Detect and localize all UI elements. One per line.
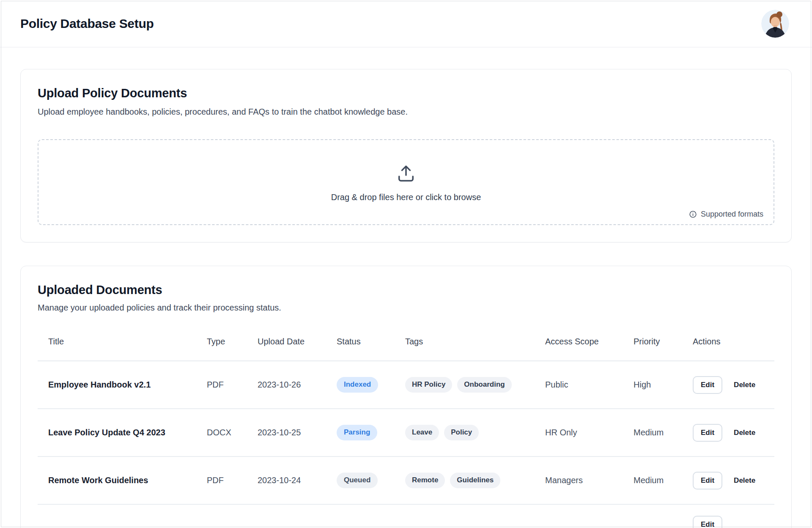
edit-button[interactable]: Edit [693,424,722,442]
doc-upload-date: 2023-10-26 [258,380,337,390]
doc-title: Leave Policy Update Q4 2023 [38,428,207,437]
doc-actions-cell: Edit Delete [693,424,774,442]
documents-card-title: Uploaded Documents [38,283,774,297]
doc-status-cell: Queued [337,473,405,488]
doc-actions-cell: Edit [693,505,774,528]
status-badge: Indexed [337,377,378,392]
status-badge: Queued [337,473,378,488]
supported-formats[interactable]: Supported formats [689,210,763,219]
upload-icon [395,162,417,186]
avatar-illustration [761,10,789,38]
doc-status-cell: Parsing [337,425,405,440]
tag-pill: Leave [405,425,439,440]
doc-tags-cell: Remote Guidelines [405,473,545,488]
dropzone-label: Drag & drop files here or click to brows… [331,192,481,202]
table-row: Leave Policy Update Q4 2023 DOCX 2023-10… [38,409,774,457]
doc-tags-cell: HR Policy Onboarding [405,377,545,392]
doc-actions-cell: Edit Delete [693,376,774,394]
delete-button[interactable]: Delete [734,476,755,485]
table-header-row: Title Type Upload Date Status Tags Acces… [38,323,774,361]
table-row: Remote Work Guidelines PDF 2023-10-24 Qu… [38,457,774,505]
tag-pill: Guidelines [450,473,500,488]
status-badge: Parsing [337,425,377,440]
doc-actions-cell: Edit Delete [693,472,774,490]
documents-card-description: Manage your uploaded policies and track … [38,303,774,313]
doc-priority: High [634,380,693,390]
page-title: Policy Database Setup [20,16,154,31]
col-header-type: Type [207,337,258,346]
doc-title: Employee Handbook v2.1 [38,380,207,390]
delete-button[interactable]: Delete [734,381,755,389]
documents-table: Title Type Upload Date Status Tags Acces… [38,323,774,528]
file-dropzone[interactable]: Drag & drop files here or click to brows… [38,139,774,225]
doc-access-scope: Managers [545,476,634,485]
uploaded-documents-card: Uploaded Documents Manage your uploaded … [20,266,792,528]
col-header-upload-date: Upload Date [258,337,337,346]
upload-card-title: Upload Policy Documents [38,86,774,100]
tag-pill: Policy [444,425,479,440]
tag-pill: Remote [405,473,445,488]
table-row: Employee Handbook v2.1 PDF 2023-10-26 In… [38,361,774,409]
col-header-priority: Priority [634,337,693,346]
doc-access-scope: HR Only [545,428,634,437]
table-row-partial: Edit [38,505,774,528]
doc-type: PDF [207,380,258,390]
col-header-status: Status [337,337,405,346]
tag-pill: HR Policy [405,377,452,392]
doc-type: PDF [207,476,258,485]
doc-status-cell: Indexed [337,377,405,392]
upload-policy-card: Upload Policy Documents Upload employee … [20,69,792,242]
doc-tags-cell: Leave Policy [405,425,545,440]
doc-priority: Medium [634,428,693,437]
upload-card-description: Upload employee handbooks, policies, pro… [38,107,774,117]
col-header-actions: Actions [693,337,774,346]
col-header-tags: Tags [405,337,545,346]
doc-upload-date: 2023-10-25 [258,428,337,437]
edit-button[interactable]: Edit [693,376,722,394]
doc-access-scope: Public [545,380,634,390]
col-header-access-scope: Access Scope [545,337,634,346]
edit-button[interactable]: Edit [693,472,722,490]
delete-button[interactable]: Delete [734,429,755,437]
doc-priority: Medium [634,476,693,485]
main-content: Upload Policy Documents Upload employee … [0,69,812,528]
info-icon [689,210,697,218]
tag-pill: Onboarding [457,377,511,392]
app-header: Policy Database Setup [0,0,812,47]
doc-title: Remote Work Guidelines [38,476,207,485]
user-avatar[interactable] [761,10,789,38]
col-header-title: Title [38,337,207,346]
doc-upload-date: 2023-10-24 [258,476,337,485]
supported-formats-label: Supported formats [701,210,763,219]
edit-button[interactable]: Edit [693,516,722,528]
doc-type: DOCX [207,428,258,437]
